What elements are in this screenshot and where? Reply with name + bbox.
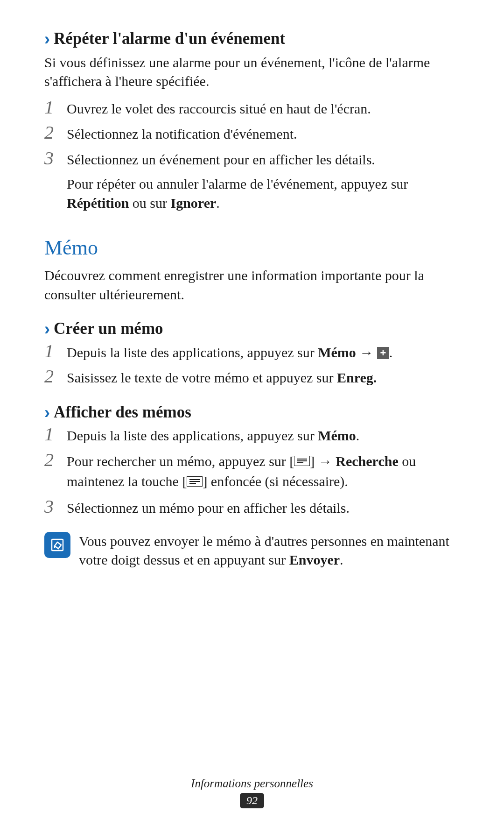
heading-view-memos: › Afficher des mémos	[44, 402, 460, 423]
section-create-memo: › Créer un mémo 1 Depuis la liste des ap…	[44, 318, 460, 388]
step-item: 2 Sélectionnez la notification d'événeme…	[44, 125, 460, 144]
desc-repeat-alarm: Si vous définissez une alarme pour un év…	[44, 53, 460, 91]
step-item: 1 Depuis la liste des applications, appu…	[44, 343, 460, 362]
step-text-main: Sélectionnez un événement pour en affich…	[67, 152, 375, 167]
steps-view-memos: 1 Depuis la liste des applications, appu…	[44, 426, 460, 518]
menu-icon	[187, 473, 203, 492]
note-text: Vous pouvez envoyer le mémo à d'autres p…	[79, 532, 460, 570]
step-number: 2	[44, 123, 58, 142]
step-item: 2 Saisissez le texte de votre mémo et ap…	[44, 368, 460, 388]
step-subtext: Pour répéter ou annuler l'alarme de l'év…	[67, 175, 460, 212]
step-number: 1	[44, 98, 58, 117]
section-view-memos: › Afficher des mémos 1 Depuis la liste d…	[44, 402, 460, 570]
note-icon	[44, 532, 70, 558]
step-number: 1	[44, 342, 58, 360]
step-text: Sélectionnez un mémo pour en afficher le…	[67, 499, 460, 518]
step-number: 2	[44, 367, 58, 386]
step-item: 1 Ouvrez le volet des raccourcis situé e…	[44, 99, 460, 119]
step-item: 1 Depuis la liste des applications, appu…	[44, 426, 460, 445]
title-view-memos: Afficher des mémos	[54, 402, 191, 423]
step-text: Pour rechercher un mémo, appuyez sur [] …	[67, 452, 460, 493]
menu-icon	[294, 452, 310, 471]
step-text: Saisissez le texte de votre mémo et appu…	[67, 368, 460, 388]
chevron-icon: ›	[44, 404, 50, 421]
step-text: Sélectionnez la notification d'événement…	[67, 125, 460, 144]
heading-memo: Mémo	[44, 236, 460, 260]
title-create-memo: Créer un mémo	[54, 318, 163, 339]
note-block: Vous pouvez envoyer le mémo à d'autres p…	[44, 532, 460, 570]
page-footer: Informations personnelles 92	[0, 777, 504, 808]
heading-create-memo: › Créer un mémo	[44, 318, 460, 339]
step-number: 2	[44, 451, 58, 469]
step-number: 3	[44, 497, 58, 516]
step-item: 3 Sélectionnez un mémo pour en afficher …	[44, 499, 460, 518]
chevron-icon: ›	[44, 31, 50, 48]
step-number: 3	[44, 149, 58, 168]
step-text: Depuis la liste des applications, appuye…	[67, 426, 460, 445]
step-item: 2 Pour rechercher un mémo, appuyez sur […	[44, 452, 460, 493]
step-number: 1	[44, 425, 58, 444]
steps-repeat-alarm: 1 Ouvrez le volet des raccourcis situé e…	[44, 99, 460, 213]
steps-create-memo: 1 Depuis la liste des applications, appu…	[44, 343, 460, 388]
step-text: Ouvrez le volet des raccourcis situé en …	[67, 99, 460, 119]
step-item: 3 Sélectionnez un événement pour en affi…	[44, 150, 460, 213]
desc-memo: Découvrez comment enregistrer une inform…	[44, 266, 460, 304]
title-repeat-alarm: Répéter l'alarme d'un événement	[54, 28, 285, 49]
chevron-icon: ›	[44, 321, 50, 338]
step-text: Depuis la liste des applications, appuye…	[67, 343, 460, 362]
heading-repeat-alarm: › Répéter l'alarme d'un événement	[44, 28, 460, 49]
plus-icon: +	[377, 347, 389, 359]
page-number-badge: 92	[240, 793, 264, 808]
step-text: Sélectionnez un événement pour en affich…	[67, 150, 460, 213]
section-repeat-alarm: › Répéter l'alarme d'un événement Si vou…	[44, 28, 460, 212]
footer-label: Informations personnelles	[0, 777, 504, 790]
